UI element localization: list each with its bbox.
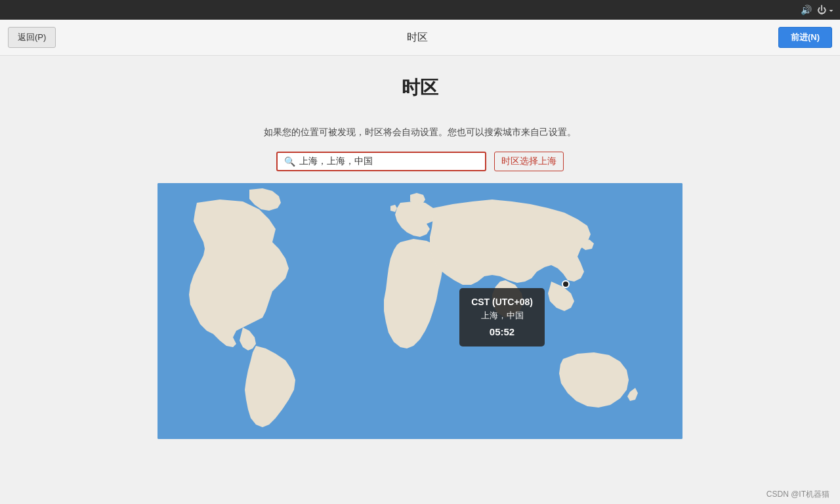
search-input[interactable]: [299, 156, 470, 167]
search-box[interactable]: 🔍: [276, 152, 486, 171]
search-icon: 🔍: [284, 156, 295, 167]
description-text: 如果您的位置可被发现，时区将会自动设置。您也可以搜索城市来自己设置。: [264, 127, 576, 138]
tooltip-time: 05:52: [470, 324, 534, 340]
map-container[interactable]: CST (UTC+08) 上海，中国 05:52: [158, 183, 682, 439]
speaker-icon: 🔊: [801, 5, 812, 15]
map-pin: [562, 280, 570, 288]
header-title: 时区: [407, 31, 428, 45]
back-button[interactable]: 返回(P): [8, 27, 56, 48]
main-content: 时区 如果您的位置可被发现，时区将会自动设置。您也可以搜索城市来自己设置。 🔍 …: [0, 56, 840, 484]
power-icon[interactable]: ⏻ ▾: [817, 5, 833, 15]
page-title: 时区: [402, 75, 438, 100]
top-bar: 🔊 ⏻ ▾: [0, 0, 840, 20]
footer: CSDN @IT机器猫: [0, 484, 840, 504]
tooltip-city: 上海，中国: [470, 309, 534, 323]
header: 返回(P) 时区 前进(N): [0, 20, 840, 56]
tooltip-timezone: CST (UTC+08): [470, 295, 534, 309]
search-row: 🔍 时区选择上海: [276, 152, 564, 171]
next-button[interactable]: 前进(N): [778, 27, 832, 48]
timezone-link[interactable]: 时区选择上海: [494, 152, 564, 171]
timezone-tooltip: CST (UTC+08) 上海，中国 05:52: [459, 288, 545, 346]
watermark-text: CSDN @IT机器猫: [766, 489, 830, 500]
world-map: [158, 183, 682, 439]
